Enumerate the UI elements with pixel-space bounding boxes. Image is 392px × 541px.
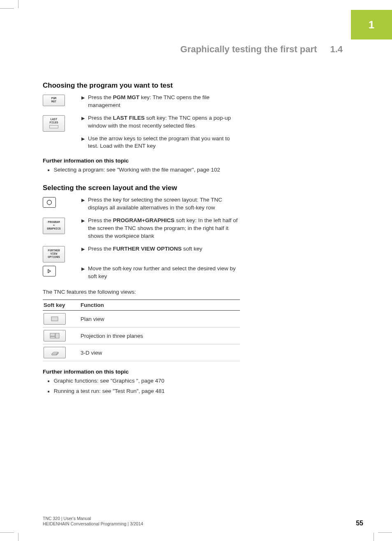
further-info-item: ■ Graphic functions: see "Graphics ", pa… [43,377,240,385]
instruction-text: Press the PGM MGT key: The TNC opens the… [88,94,240,109]
svg-rect-3 [50,337,55,338]
instruction-text: Press the FURTHER VIEW OPTIONS soft key [88,245,240,253]
crop-mark [0,532,14,533]
further-info-item: ■ Running a test run: see "Test Run", pa… [43,388,240,395]
svg-rect-2 [50,333,55,336]
instruction-text: Press the PROGRAM+GRAPHICS soft key: In … [88,217,240,240]
screen-layout-hardkey-icon [43,197,56,208]
reference-text: Running a test run: see "Test Run", page… [54,388,240,395]
bullet-square-icon: ■ [48,389,50,394]
crop-mark [0,8,14,9]
files-glyph-icon [49,125,58,128]
chapter-tab: 1 [351,10,392,39]
three-planes-softkey-icon [44,330,66,341]
instruction-step: PROGRAM + GRAPHICS ▶ Press the PROGRAM+G… [43,217,240,243]
plan-view-softkey-icon [44,313,66,325]
bullet-triangle-icon: ▶ [81,115,85,121]
footer-doc-subtitle: HEIDENHAIN Conversational Programming | … [43,521,143,527]
bullet-triangle-icon: ▶ [81,136,85,142]
running-title: Graphically testing the first part [180,44,317,54]
running-header: Graphically testing the first part 1.4 [180,44,343,55]
crop-mark [378,532,392,533]
instruction-step: ▶ Move the soft-key row further and sele… [43,265,240,283]
program-graphics-softkey-icon: PROGRAM + GRAPHICS [43,218,65,234]
crop-mark [18,0,18,8]
crop-mark [18,533,18,541]
table-header-softkey: Soft key [43,300,80,311]
page-footer: TNC 320 | User's Manual HEIDENHAIN Conve… [43,516,363,527]
section-heading: Selecting the screen layout and the view [43,184,240,192]
views-table: Soft key Function Plan view [43,300,240,361]
svg-rect-1 [51,317,58,321]
instruction-step: LAST FILES ▶ Press the LAST FILES soft k… [43,114,240,132]
table-cell-function: Projection in three planes [80,327,240,344]
bullet-triangle-icon: ▶ [81,266,85,272]
pgm-mgt-softkey-icon: PGM MGT [43,95,65,106]
bullet-triangle-icon: ▶ [81,246,85,252]
table-row: Projection in three planes [43,327,240,344]
table-row: Plan view [43,311,240,327]
three-d-view-softkey-icon [44,347,66,358]
bullet-square-icon: ■ [48,168,50,172]
paragraph: The TNC features the following views: [43,288,240,296]
bullet-triangle-icon: ▶ [81,95,85,101]
table-cell-function: Plan view [80,311,240,327]
document-meta: TNC 320 | User's Manual HEIDENHAIN Conve… [43,516,143,527]
last-files-softkey-icon: LAST FILES [43,115,65,132]
next-softkey-row-hardkey-icon [43,266,56,276]
footer-doc-title: TNC 320 | User's Manual [43,516,143,522]
chapter-number: 1 [369,19,374,31]
bullet-triangle-icon: ▶ [81,197,85,203]
instruction-step: ▶ Press the key for selecting the screen… [43,196,240,214]
further-info-heading: Further information on this topic [43,158,240,164]
reference-text: Graphic functions: see "Graphics ", page… [54,377,240,385]
svg-rect-4 [55,333,59,338]
further-info-item: ■ Selecting a program: see "Working with… [43,166,240,174]
instruction-step: PGM MGT ▶ Press the PGM MGT key: The TNC… [43,94,240,112]
instruction-step: ▶ Use the arrow keys to select the progr… [43,135,240,153]
instruction-text: Press the LAST FILES soft key: The TNC o… [88,114,240,130]
page-number: 55 [356,520,363,527]
reference-text: Selecting a program: see "Working with t… [54,166,240,174]
table-cell-function: 3-D view [80,344,240,361]
bullet-triangle-icon: ▶ [81,218,85,224]
instruction-text: Use the arrow keys to select the program… [88,135,240,151]
table-row: 3-D view [43,344,240,361]
instruction-text: Move the soft-key row further and select… [88,265,240,281]
crop-mark [374,533,374,541]
instruction-text: Press the key for selecting the screen l… [88,196,240,212]
further-info-heading: Further information on this topic [43,369,240,375]
running-section-number: 1.4 [330,44,343,54]
table-header-function: Function [80,300,240,311]
section-heading: Choosing the program you want to test [43,81,240,90]
instruction-step: FURTHER VIEW OPTIONS ▶ Press the FURTHER… [43,245,240,262]
bullet-square-icon: ■ [48,379,50,383]
page-content: Choosing the program you want to test PG… [43,81,240,398]
further-view-options-softkey-icon: FURTHER VIEW OPTIONS [43,246,65,262]
svg-point-0 [47,200,52,205]
